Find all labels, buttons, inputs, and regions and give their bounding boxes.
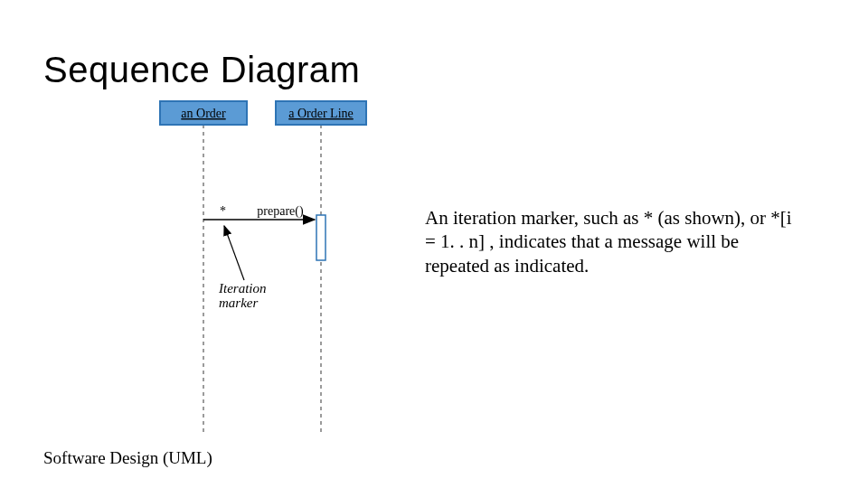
annotation-text-line2: marker bbox=[219, 296, 258, 310]
activation-orderline bbox=[316, 215, 326, 260]
sequence-diagram: an Order a Order Line * prepare() Iterat… bbox=[118, 99, 407, 443]
annotation-text-line1: Iteration bbox=[218, 281, 267, 296]
explanation-text: An iteration marker, such as * (as shown… bbox=[425, 206, 805, 277]
object-label-order: an Order bbox=[181, 107, 226, 120]
page-title: Sequence Diagram bbox=[43, 50, 360, 90]
message-label-prepare: prepare() bbox=[257, 204, 304, 219]
annotation-arrow bbox=[224, 226, 244, 280]
iteration-marker: * bbox=[220, 204, 226, 218]
footer-text: Software Design (UML) bbox=[43, 448, 212, 468]
object-label-orderline: a Order Line bbox=[288, 107, 354, 120]
